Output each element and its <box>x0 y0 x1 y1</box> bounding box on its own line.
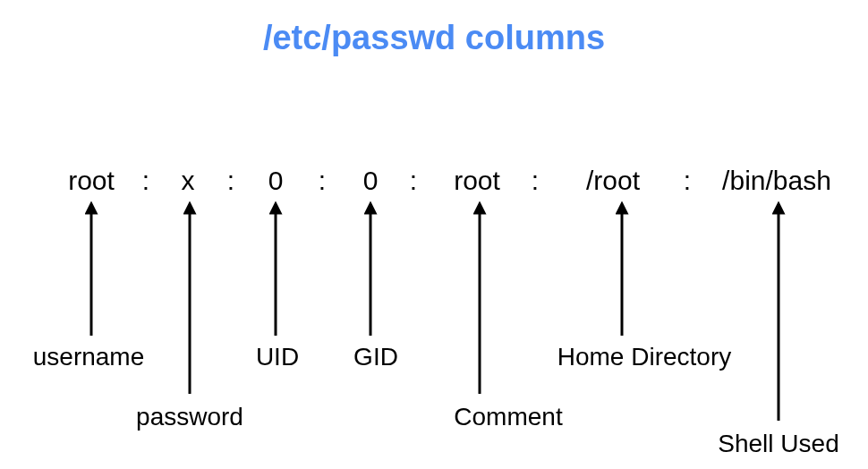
separator-3: : <box>410 166 417 195</box>
label-uid: UID <box>256 343 299 371</box>
label-comment: Comment <box>454 403 563 431</box>
field-comment-value: root <box>454 166 500 195</box>
field-password-value: x <box>182 166 195 195</box>
label-shell: Shell Used <box>718 430 838 457</box>
separator-4: : <box>532 166 539 195</box>
field-homedir-value: /root <box>586 166 641 195</box>
separator-1: : <box>227 166 234 195</box>
separator-5: : <box>684 166 691 195</box>
label-username: username <box>33 343 145 371</box>
field-shell-value: /bin/bash <box>722 166 831 195</box>
field-username-value: root <box>68 166 115 195</box>
diagram-canvas: /etc/passwd columns root : x : 0 : 0 : r… <box>0 0 868 469</box>
label-gid: GID <box>353 343 398 371</box>
field-gid-value: 0 <box>363 166 379 195</box>
separator-0: : <box>142 166 149 195</box>
label-password: password <box>136 403 243 431</box>
diagram-title: /etc/passwd columns <box>263 19 605 56</box>
field-uid-value: 0 <box>268 166 284 195</box>
label-homedir: Home Directory <box>557 343 731 371</box>
separator-2: : <box>319 166 326 195</box>
